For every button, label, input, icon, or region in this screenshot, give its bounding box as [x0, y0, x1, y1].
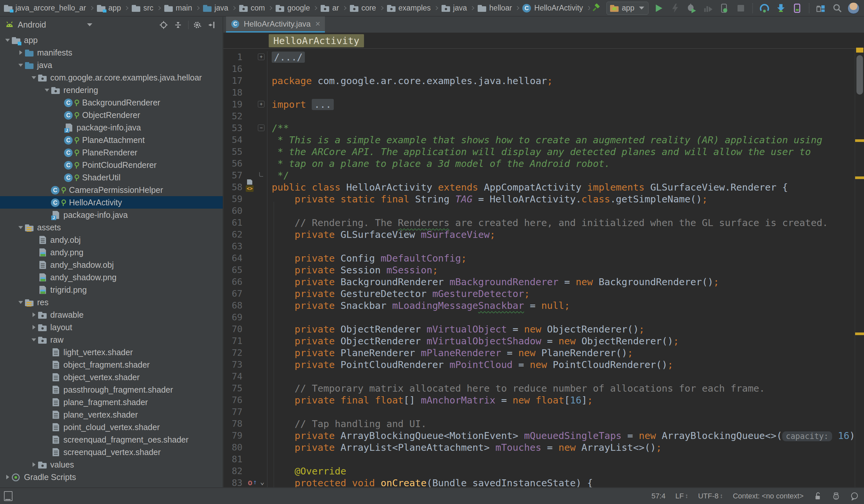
code-line-18[interactable]: 18: [224, 87, 864, 98]
chevron-collapsed-icon[interactable]: [17, 50, 24, 55]
code-line-17[interactable]: 17package com.google.ar.core.examples.ja…: [224, 75, 864, 87]
go-to-related-xml-icon[interactable]: <>: [246, 185, 254, 192]
breadcrumb-item-com[interactable]: com: [239, 4, 265, 12]
code-line-54[interactable]: 54 * This is a simple example that shows…: [224, 134, 864, 146]
tree-item-point-cloud-vertex-shader[interactable]: point_cloud_vertex.shader: [0, 421, 223, 433]
tree-item-gradle-scripts[interactable]: Gradle Scripts: [0, 471, 223, 483]
warning-stripe-mark[interactable]: [855, 333, 864, 335]
warning-stripe-summary[interactable]: [856, 48, 863, 52]
caret-position[interactable]: 57:4: [651, 492, 665, 500]
code-line-71[interactable]: 71 private ObjectRenderer mVirtualObject…: [224, 335, 864, 347]
tree-item-screenquad-fragment-oes-shader[interactable]: screenquad_fragment_oes.shader: [0, 433, 223, 446]
tree-item-layout[interactable]: layout: [0, 321, 223, 334]
profile-icon[interactable]: [702, 2, 714, 14]
code-line-69[interactable]: 69: [224, 311, 864, 323]
chevron-down-icon[interactable]: [87, 23, 92, 26]
tree-item-values[interactable]: values: [0, 458, 223, 471]
tree-item-andy-obj[interactable]: andy.obj: [0, 233, 223, 246]
encoding-widget[interactable]: UTF-8 ↕: [698, 492, 723, 500]
lock-icon[interactable]: [813, 492, 822, 500]
warning-stripe-mark[interactable]: [855, 177, 864, 179]
breadcrumb-item-main[interactable]: main: [164, 4, 192, 12]
breadcrumb-item-examples[interactable]: examples: [386, 4, 431, 12]
stop-icon[interactable]: [734, 2, 747, 14]
code-line-60[interactable]: 60: [224, 205, 864, 217]
code-line-53[interactable]: 53−/**: [224, 122, 864, 134]
code-line-67[interactable]: 67 private GestureDetector mGestureDetec…: [224, 288, 864, 300]
line-separator-widget[interactable]: LF ↕: [675, 492, 688, 500]
code-line-1[interactable]: 1+/.../: [224, 51, 864, 63]
code-line-16[interactable]: 16: [224, 63, 864, 75]
context-widget[interactable]: Context: <no context>: [733, 492, 804, 500]
locate-target-icon[interactable]: [158, 20, 169, 31]
tree-item-objectrenderer[interactable]: ObjectRenderer: [0, 109, 223, 121]
tree-item-package-info-java[interactable]: Jpackage-info.java: [0, 209, 223, 221]
tree-item-manifests[interactable]: manifests: [0, 46, 223, 59]
chevron-expanded-icon[interactable]: [4, 39, 11, 42]
device-monitor-icon[interactable]: [791, 2, 804, 14]
scrollbar-thumb[interactable]: [856, 55, 863, 95]
code-line-70[interactable]: 70 private ObjectRenderer mVirtualObject…: [224, 323, 864, 335]
class-breadcrumb-pill[interactable]: HelloArActivity: [269, 34, 364, 47]
chevron-collapsed-icon[interactable]: [4, 475, 11, 479]
debug-icon[interactable]: [685, 2, 698, 14]
chevron-expanded-icon[interactable]: [43, 89, 51, 92]
fold-expand-icon[interactable]: +: [258, 53, 264, 60]
fold-end-icon[interactable]: [259, 172, 263, 177]
fold-collapse-icon[interactable]: ⌄: [260, 477, 264, 487]
chevron-expanded-icon[interactable]: [17, 64, 24, 67]
editor-scrollbar[interactable]: [855, 49, 864, 487]
code-line-19[interactable]: 19+import ...: [224, 98, 864, 110]
code-line-75[interactable]: 75 // Temporary matrix allocated here to…: [224, 382, 864, 394]
code-line-82[interactable]: 82 @Override: [224, 465, 864, 477]
code-line-62[interactable]: 62 private GLSurfaceView mSurfaceView;: [224, 229, 864, 240]
avd-manager-icon[interactable]: [758, 2, 771, 14]
code-line-61[interactable]: 61 // Rendering. The Renderers are creat…: [224, 217, 864, 229]
breadcrumb-item-ar[interactable]: ar: [320, 4, 339, 12]
tree-item-assets[interactable]: assets: [0, 221, 223, 233]
breadcrumb-item-google[interactable]: google: [275, 4, 310, 12]
tree-item-light-vertex-shader[interactable]: light_vertex.shader: [0, 346, 223, 358]
fold-collapse-icon[interactable]: −: [258, 124, 264, 131]
code-line-64[interactable]: 64 private Config mDefaultConfig;: [224, 252, 864, 264]
breadcrumb-item-java[interactable]: java: [202, 4, 228, 12]
chevron-expanded-icon[interactable]: [17, 226, 24, 229]
chevron-collapsed-icon[interactable]: [30, 312, 37, 317]
tree-item-object-fragment-shader[interactable]: object_fragment.shader: [0, 358, 223, 371]
chevron-collapsed-icon[interactable]: [30, 325, 37, 329]
tree-item-shaderutil[interactable]: ShaderUtil: [0, 171, 223, 184]
chevron-expanded-icon[interactable]: [17, 301, 24, 304]
user-avatar[interactable]: [848, 2, 860, 14]
code-line-57[interactable]: 57 */: [224, 169, 864, 181]
search-everywhere-icon[interactable]: [831, 2, 844, 14]
tree-item-trigrid-png[interactable]: trigrid.png: [0, 284, 223, 296]
fold-expand-icon[interactable]: +: [258, 101, 264, 107]
code-line-72[interactable]: 72 private PlaneRenderer mPlaneRenderer …: [224, 347, 864, 359]
code-line-56[interactable]: 56 * tap on a plane to place a 3d model …: [224, 158, 864, 169]
project-structure-icon[interactable]: [815, 2, 827, 14]
chevron-expanded-icon[interactable]: [30, 76, 37, 79]
collapse-all-icon[interactable]: [172, 20, 184, 31]
tree-item-plane-fragment-shader[interactable]: plane_fragment.shader: [0, 396, 223, 408]
editor-tab-helloaractivity[interactable]: HelloArActivity.java ×: [226, 16, 325, 33]
breadcrumb-item-app[interactable]: app: [96, 4, 121, 12]
tree-item-raw[interactable]: raw: [0, 334, 223, 346]
tree-item-drawable[interactable]: drawable: [0, 309, 223, 321]
highlighting-level-icon[interactable]: [832, 492, 840, 500]
tree-item-screenquad-vertex-shader[interactable]: screenquad_vertex.shader: [0, 446, 223, 458]
breadcrumb-item-helloar[interactable]: helloar: [477, 4, 512, 12]
tree-item-package-info-java[interactable]: Jpackage-info.java: [0, 121, 223, 134]
tree-item-andy-shadow-obj[interactable]: andy_shadow.obj: [0, 259, 223, 271]
tree-item-andy-png[interactable]: andy.png: [0, 246, 223, 259]
project-view-selector[interactable]: Android: [18, 20, 46, 29]
code-line-55[interactable]: 55 * the ARCore API. The application wil…: [224, 146, 864, 158]
tree-item-planerenderer[interactable]: PlaneRenderer: [0, 146, 223, 159]
code-line-63[interactable]: 63: [224, 240, 864, 252]
build-hammer-icon[interactable]: [590, 2, 602, 14]
gear-icon[interactable]: [192, 20, 203, 31]
chevron-collapsed-icon[interactable]: [30, 462, 37, 467]
tree-item-com-google-ar-core-examples-java-helloar[interactable]: com.google.ar.core.examples.java.helloar: [0, 71, 223, 84]
code-line-58[interactable]: 58<>public class HelloArActivity extends…: [224, 181, 864, 193]
tree-item-camerapermissionhelper[interactable]: CameraPermissionHelper: [0, 184, 223, 196]
tree-item-res[interactable]: res: [0, 296, 223, 309]
